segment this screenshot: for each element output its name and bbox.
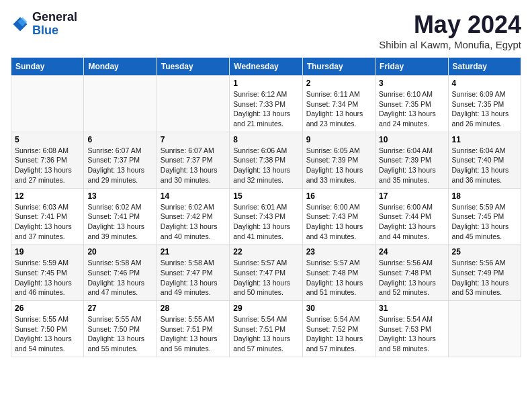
logo-icon bbox=[11, 15, 30, 34]
calendar-cell: 4Sunrise: 6:09 AMSunset: 7:35 PMDaylight… bbox=[448, 76, 521, 132]
weekday-header: Tuesday bbox=[157, 58, 229, 76]
weekday-header: Wednesday bbox=[230, 58, 302, 76]
calendar-week-row: 19Sunrise: 5:59 AMSunset: 7:45 PMDayligh… bbox=[11, 244, 521, 301]
day-number: 12 bbox=[15, 191, 80, 201]
day-info: Sunrise: 6:07 AMSunset: 7:37 PMDaylight:… bbox=[161, 146, 226, 185]
logo-general: General bbox=[32, 11, 77, 24]
calendar-cell: 18Sunrise: 5:59 AMSunset: 7:45 PMDayligh… bbox=[448, 188, 521, 244]
calendar-cell: 28Sunrise: 5:55 AMSunset: 7:51 PMDayligh… bbox=[157, 301, 229, 357]
day-info: Sunrise: 5:59 AMSunset: 7:45 PMDaylight:… bbox=[452, 202, 517, 242]
calendar-cell bbox=[84, 76, 157, 132]
day-info: Sunrise: 6:00 AMSunset: 7:43 PMDaylight:… bbox=[306, 202, 371, 242]
day-number: 21 bbox=[161, 247, 226, 257]
day-number: 11 bbox=[452, 135, 517, 144]
day-info: Sunrise: 5:54 AMSunset: 7:52 PMDaylight:… bbox=[306, 314, 371, 354]
calendar-cell: 27Sunrise: 5:55 AMSunset: 7:50 PMDayligh… bbox=[84, 301, 157, 357]
calendar-cell bbox=[448, 301, 521, 357]
calendar-cell: 8Sunrise: 6:06 AMSunset: 7:38 PMDaylight… bbox=[230, 132, 302, 188]
calendar-cell: 21Sunrise: 5:58 AMSunset: 7:47 PMDayligh… bbox=[157, 244, 229, 301]
day-info: Sunrise: 6:09 AMSunset: 7:35 PMDaylight:… bbox=[452, 89, 517, 129]
calendar-cell: 30Sunrise: 5:54 AMSunset: 7:52 PMDayligh… bbox=[302, 301, 375, 357]
calendar-cell: 31Sunrise: 5:54 AMSunset: 7:53 PMDayligh… bbox=[375, 301, 448, 357]
calendar-cell: 22Sunrise: 5:57 AMSunset: 7:47 PMDayligh… bbox=[230, 244, 302, 301]
title-section: May 2024 Shibin al Kawm, Monufia, Egypt bbox=[379, 11, 521, 50]
day-number: 17 bbox=[379, 191, 444, 201]
weekday-header: Thursday bbox=[302, 58, 375, 76]
logo-text: General Blue bbox=[32, 11, 77, 38]
calendar-cell: 6Sunrise: 6:07 AMSunset: 7:37 PMDaylight… bbox=[84, 132, 157, 188]
calendar-cell: 12Sunrise: 6:03 AMSunset: 7:41 PMDayligh… bbox=[11, 188, 84, 244]
logo: General Blue bbox=[11, 11, 77, 38]
calendar-cell: 29Sunrise: 5:54 AMSunset: 7:51 PMDayligh… bbox=[230, 301, 302, 357]
calendar-cell: 20Sunrise: 5:58 AMSunset: 7:46 PMDayligh… bbox=[84, 244, 157, 301]
day-number: 24 bbox=[379, 247, 444, 257]
day-number: 22 bbox=[233, 247, 298, 257]
day-number: 3 bbox=[379, 79, 444, 88]
weekday-header: Saturday bbox=[448, 58, 521, 76]
calendar-cell: 13Sunrise: 6:02 AMSunset: 7:41 PMDayligh… bbox=[84, 188, 157, 244]
day-number: 13 bbox=[87, 191, 152, 201]
day-info: Sunrise: 5:57 AMSunset: 7:48 PMDaylight:… bbox=[306, 258, 371, 298]
day-info: Sunrise: 5:54 AMSunset: 7:51 PMDaylight:… bbox=[233, 314, 298, 354]
calendar-cell: 1Sunrise: 6:12 AMSunset: 7:33 PMDaylight… bbox=[230, 76, 302, 132]
location: Shibin al Kawm, Monufia, Egypt bbox=[379, 39, 521, 50]
logo-blue: Blue bbox=[32, 24, 77, 38]
calendar-cell: 19Sunrise: 5:59 AMSunset: 7:45 PMDayligh… bbox=[11, 244, 84, 301]
month-title: May 2024 bbox=[379, 11, 521, 39]
day-number: 8 bbox=[233, 135, 298, 144]
day-number: 19 bbox=[15, 247, 80, 257]
day-number: 10 bbox=[379, 135, 444, 144]
calendar-cell: 2Sunrise: 6:11 AMSunset: 7:34 PMDaylight… bbox=[302, 76, 375, 132]
day-info: Sunrise: 6:00 AMSunset: 7:44 PMDaylight:… bbox=[379, 202, 444, 242]
day-number: 20 bbox=[87, 247, 152, 257]
calendar-cell: 17Sunrise: 6:00 AMSunset: 7:44 PMDayligh… bbox=[375, 188, 448, 244]
calendar-week-row: 5Sunrise: 6:08 AMSunset: 7:36 PMDaylight… bbox=[11, 132, 521, 188]
calendar-cell: 23Sunrise: 5:57 AMSunset: 7:48 PMDayligh… bbox=[302, 244, 375, 301]
day-number: 16 bbox=[306, 191, 371, 201]
day-number: 2 bbox=[306, 79, 371, 88]
day-info: Sunrise: 6:02 AMSunset: 7:41 PMDaylight:… bbox=[87, 202, 152, 242]
day-info: Sunrise: 6:06 AMSunset: 7:38 PMDaylight:… bbox=[233, 146, 298, 185]
day-info: Sunrise: 6:01 AMSunset: 7:43 PMDaylight:… bbox=[233, 202, 298, 242]
day-info: Sunrise: 6:04 AMSunset: 7:39 PMDaylight:… bbox=[379, 146, 444, 185]
day-info: Sunrise: 6:11 AMSunset: 7:34 PMDaylight:… bbox=[306, 89, 371, 129]
day-info: Sunrise: 6:12 AMSunset: 7:33 PMDaylight:… bbox=[233, 89, 298, 129]
day-number: 7 bbox=[161, 135, 226, 144]
calendar-cell bbox=[157, 76, 229, 132]
calendar-cell: 24Sunrise: 5:56 AMSunset: 7:48 PMDayligh… bbox=[375, 244, 448, 301]
calendar-cell: 11Sunrise: 6:04 AMSunset: 7:40 PMDayligh… bbox=[448, 132, 521, 188]
calendar-cell: 3Sunrise: 6:10 AMSunset: 7:35 PMDaylight… bbox=[375, 76, 448, 132]
day-number: 4 bbox=[452, 79, 517, 88]
calendar-cell: 26Sunrise: 5:55 AMSunset: 7:50 PMDayligh… bbox=[11, 301, 84, 357]
calendar: SundayMondayTuesdayWednesdayThursdayFrid… bbox=[11, 57, 521, 357]
day-info: Sunrise: 6:08 AMSunset: 7:36 PMDaylight:… bbox=[15, 146, 80, 185]
day-info: Sunrise: 6:02 AMSunset: 7:42 PMDaylight:… bbox=[161, 202, 226, 242]
day-info: Sunrise: 5:55 AMSunset: 7:51 PMDaylight:… bbox=[161, 314, 226, 354]
day-info: Sunrise: 5:59 AMSunset: 7:45 PMDaylight:… bbox=[15, 258, 80, 298]
calendar-cell: 25Sunrise: 5:56 AMSunset: 7:49 PMDayligh… bbox=[448, 244, 521, 301]
calendar-week-row: 12Sunrise: 6:03 AMSunset: 7:41 PMDayligh… bbox=[11, 188, 521, 244]
day-number: 15 bbox=[233, 191, 298, 201]
calendar-cell: 16Sunrise: 6:00 AMSunset: 7:43 PMDayligh… bbox=[302, 188, 375, 244]
day-number: 31 bbox=[379, 304, 444, 313]
day-info: Sunrise: 5:56 AMSunset: 7:48 PMDaylight:… bbox=[379, 258, 444, 298]
day-info: Sunrise: 5:54 AMSunset: 7:53 PMDaylight:… bbox=[379, 314, 444, 354]
day-info: Sunrise: 5:55 AMSunset: 7:50 PMDaylight:… bbox=[15, 314, 80, 354]
calendar-header-row: SundayMondayTuesdayWednesdayThursdayFrid… bbox=[11, 58, 521, 76]
weekday-header: Friday bbox=[375, 58, 448, 76]
day-number: 9 bbox=[306, 135, 371, 144]
day-number: 14 bbox=[161, 191, 226, 201]
day-info: Sunrise: 6:07 AMSunset: 7:37 PMDaylight:… bbox=[87, 146, 152, 185]
day-number: 5 bbox=[15, 135, 80, 144]
day-info: Sunrise: 5:56 AMSunset: 7:49 PMDaylight:… bbox=[452, 258, 517, 298]
day-info: Sunrise: 5:58 AMSunset: 7:46 PMDaylight:… bbox=[87, 258, 152, 298]
weekday-header: Sunday bbox=[11, 58, 84, 76]
day-info: Sunrise: 6:04 AMSunset: 7:40 PMDaylight:… bbox=[452, 146, 517, 185]
day-number: 1 bbox=[233, 79, 298, 88]
day-number: 28 bbox=[161, 304, 226, 313]
calendar-cell: 7Sunrise: 6:07 AMSunset: 7:37 PMDaylight… bbox=[157, 132, 229, 188]
day-info: Sunrise: 6:05 AMSunset: 7:39 PMDaylight:… bbox=[306, 146, 371, 185]
calendar-cell: 14Sunrise: 6:02 AMSunset: 7:42 PMDayligh… bbox=[157, 188, 229, 244]
day-info: Sunrise: 5:57 AMSunset: 7:47 PMDaylight:… bbox=[233, 258, 298, 298]
calendar-cell bbox=[11, 76, 84, 132]
